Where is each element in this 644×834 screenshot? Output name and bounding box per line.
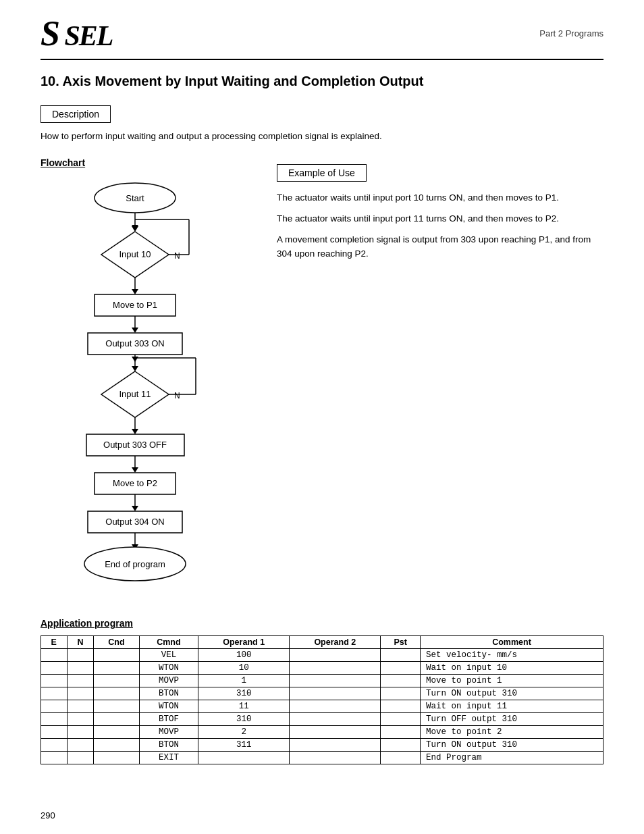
cell-n-7	[67, 739, 94, 752]
cell-cnd-0	[94, 649, 139, 662]
cell-comment-7: Turn ON output 310	[420, 739, 603, 752]
cell-cmnd-2: MOVP	[139, 675, 198, 687]
svg-text:Start: Start	[126, 193, 144, 203]
cell-op2-0	[290, 649, 381, 662]
cell-n-0	[67, 649, 94, 662]
breadcrumb: Part 2 Programs	[539, 28, 603, 38]
cell-op2-6	[290, 726, 381, 739]
table-row: MOVP1Move to point 1	[41, 675, 603, 687]
cell-op1-0: 100	[198, 649, 290, 662]
cell-n-1	[67, 662, 94, 675]
cell-cmnd-1: WTON	[139, 662, 198, 675]
cell-cmnd-8: EXIT	[139, 752, 198, 764]
logo-s: S	[41, 14, 59, 53]
cell-pst-2	[381, 675, 421, 687]
cell-n-2	[67, 675, 94, 687]
table-row: MOVP2Move to point 2	[41, 726, 603, 739]
svg-marker-20	[132, 366, 138, 371]
cell-pst-8	[381, 752, 421, 764]
cell-cnd-4	[94, 700, 139, 713]
example-line-3: A movement completion signal is output f…	[277, 233, 603, 261]
table-row: WTON11Wait on input 11	[41, 700, 603, 713]
svg-marker-12	[132, 289, 138, 294]
svg-marker-27	[132, 357, 138, 362]
cell-cnd-6	[94, 726, 139, 739]
table-row: BTON310Turn ON output 310	[41, 687, 603, 700]
col-op2: Operand 2	[290, 636, 381, 649]
cell-cmnd-6: MOVP	[139, 726, 198, 739]
description-label: Description	[41, 105, 111, 123]
page-number: 290	[41, 810, 55, 820]
cell-comment-1: Wait on input 10	[420, 662, 603, 675]
svg-text:Output 303 ON: Output 303 ON	[105, 338, 164, 348]
cell-e-5	[41, 713, 68, 726]
table-row: EXITEnd Program	[41, 752, 603, 764]
app-section-title: Application program	[41, 618, 603, 629]
example-line-2: The actuator waits until input port 11 t…	[277, 212, 603, 226]
cell-cmnd-3: BTON	[139, 687, 198, 700]
cell-op2-4	[290, 700, 381, 713]
cell-comment-5: Turn OFF outpt 310	[420, 713, 603, 726]
cell-comment-3: Turn ON output 310	[420, 687, 603, 700]
cell-cmnd-5: BTOF	[139, 713, 198, 726]
example-line-1: The actuator waits until input port 10 t…	[277, 191, 603, 205]
flowchart-title: Flowchart	[41, 157, 250, 168]
col-op1: Operand 1	[198, 636, 290, 649]
cell-e-7	[41, 739, 68, 752]
cell-pst-0	[381, 649, 421, 662]
cell-op1-1: 10	[198, 662, 290, 675]
cell-op1-8	[198, 752, 290, 764]
svg-text:N: N	[174, 251, 180, 261]
cell-pst-3	[381, 687, 421, 700]
logo-sel: SEL	[64, 20, 112, 51]
cell-cnd-3	[94, 687, 139, 700]
header: S SEL Part 2 Programs	[41, 14, 603, 60]
logo: S SEL	[41, 14, 112, 53]
cell-e-1	[41, 662, 68, 675]
program-table: E N Cnd Cmnd Operand 1 Operand 2 Pst Com…	[41, 635, 603, 764]
page-title: 10. Axis Movement by Input Waiting and C…	[41, 74, 603, 89]
description-text: How to perform input waiting and output …	[41, 131, 603, 141]
cell-cmnd-7: BTON	[139, 739, 198, 752]
svg-text:End of program: End of program	[105, 559, 165, 569]
col-n: N	[67, 636, 94, 649]
cell-e-3	[41, 687, 68, 700]
cell-op2-2	[290, 675, 381, 687]
cell-cmnd-4: WTON	[139, 700, 198, 713]
cell-op1-7: 311	[198, 739, 290, 752]
flowchart-svg: Start Input 10 N	[41, 179, 243, 598]
example-column: Example of Use The actuator waits until …	[277, 157, 603, 261]
svg-marker-29	[132, 429, 138, 434]
cell-cnd-7	[94, 739, 139, 752]
cell-n-4	[67, 700, 94, 713]
cell-n-8	[67, 752, 94, 764]
cell-pst-7	[381, 739, 421, 752]
cell-op1-3: 310	[198, 687, 290, 700]
svg-text:Move to P2: Move to P2	[113, 478, 157, 488]
cell-e-6	[41, 726, 68, 739]
col-cmnd: Cmnd	[139, 636, 198, 649]
example-label: Example of Use	[277, 164, 367, 182]
svg-marker-16	[132, 328, 138, 333]
cell-comment-2: Move to point 1	[420, 675, 603, 687]
cell-comment-8: End Program	[420, 752, 603, 764]
svg-text:Input 11: Input 11	[119, 389, 151, 399]
svg-text:Output 303 OFF: Output 303 OFF	[103, 440, 167, 450]
svg-marker-33	[132, 467, 138, 473]
svg-text:Output 304 ON: Output 304 ON	[105, 517, 164, 527]
page: S SEL Part 2 Programs 10. Axis Movement …	[0, 0, 644, 834]
cell-op1-2: 1	[198, 675, 290, 687]
cell-pst-5	[381, 713, 421, 726]
cell-op2-1	[290, 662, 381, 675]
col-comment: Comment	[420, 636, 603, 649]
table-row: VEL100Set velocity- mm/s	[41, 649, 603, 662]
flowchart-column: Flowchart Start Input 10 N	[41, 157, 250, 598]
flowchart-section: Flowchart Start Input 10 N	[41, 157, 603, 598]
cell-cnd-8	[94, 752, 139, 764]
cell-n-6	[67, 726, 94, 739]
cell-e-4	[41, 700, 68, 713]
table-row: BTON311Turn ON output 310	[41, 739, 603, 752]
cell-op2-8	[290, 752, 381, 764]
cell-op2-5	[290, 713, 381, 726]
table-header-row: E N Cnd Cmnd Operand 1 Operand 2 Pst Com…	[41, 636, 603, 649]
